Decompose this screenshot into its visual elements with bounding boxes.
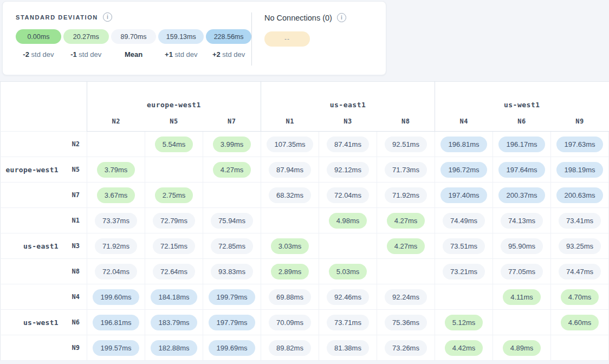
latency-pill[interactable]: 200.63ms <box>556 187 602 203</box>
latency-pill[interactable]: 2.89ms <box>271 264 309 280</box>
legend-pill: 0.00ms <box>16 29 61 44</box>
column-header-node: N5 <box>145 114 203 132</box>
latency-pill[interactable]: 3.67ms <box>97 187 135 203</box>
latency-cell: 199.79ms <box>203 284 261 310</box>
latency-pill[interactable]: 4.98ms <box>329 213 367 229</box>
latency-pill[interactable]: 93.83ms <box>211 264 253 280</box>
latency-cell: 73.26ms <box>377 335 435 361</box>
latency-pill[interactable]: 4.27ms <box>387 213 425 229</box>
latency-pill[interactable]: 199.69ms <box>209 340 255 356</box>
latency-cell <box>145 157 203 183</box>
latency-pill[interactable]: 72.15ms <box>153 238 195 254</box>
latency-cell: 2.75ms <box>145 183 203 208</box>
latency-pill[interactable]: 74.47ms <box>559 264 601 280</box>
latency-pill[interactable]: 93.25ms <box>559 238 601 254</box>
row-node-label: N2 <box>68 140 80 148</box>
latency-pill[interactable]: 92.46ms <box>327 289 369 305</box>
latency-pill[interactable]: 95.90ms <box>501 238 543 254</box>
latency-pill[interactable]: 73.21ms <box>443 264 485 280</box>
latency-pill[interactable]: 196.17ms <box>498 136 545 152</box>
latency-pill[interactable]: 5.03ms <box>329 264 367 280</box>
info-icon[interactable]: i <box>103 12 112 22</box>
latency-pill[interactable]: 5.54ms <box>155 136 193 152</box>
latency-cell: 2.89ms <box>261 259 319 284</box>
row-header: europe-west1N5 <box>1 157 87 183</box>
latency-pill[interactable]: 184.18ms <box>151 289 197 305</box>
latency-pill[interactable]: 71.92ms <box>95 238 137 254</box>
row-region-label: us-east1 <box>23 242 59 250</box>
latency-pill[interactable]: 4.42ms <box>445 340 483 356</box>
matrix-corner <box>1 82 87 132</box>
latency-cell: 184.18ms <box>145 284 203 310</box>
latency-pill[interactable]: 72.04ms <box>95 264 137 280</box>
latency-pill[interactable]: 199.79ms <box>209 289 255 305</box>
latency-pill[interactable]: 3.99ms <box>213 136 251 152</box>
info-icon[interactable]: i <box>337 13 346 22</box>
table-row: us-west1N6196.81ms183.79ms197.79ms70.09m… <box>1 310 609 335</box>
latency-cell: 72.04ms <box>319 183 377 208</box>
latency-pill[interactable]: 72.64ms <box>153 264 195 280</box>
row-node-label: N7 <box>68 191 80 199</box>
latency-pill[interactable]: 183.79ms <box>151 315 197 330</box>
latency-pill[interactable]: 4.11ms <box>503 289 541 305</box>
latency-pill[interactable]: 72.04ms <box>327 187 369 203</box>
latency-pill[interactable]: 197.40ms <box>440 187 487 203</box>
latency-pill[interactable]: 73.41ms <box>559 213 601 229</box>
latency-cell: 199.60ms <box>87 284 145 310</box>
latency-pill[interactable]: 73.37ms <box>95 213 137 229</box>
latency-pill[interactable]: 89.82ms <box>269 340 311 356</box>
row-header: N2 <box>1 132 87 157</box>
latency-pill[interactable]: 69.88ms <box>269 289 311 305</box>
row-region-label: us-west1 <box>23 318 59 327</box>
latency-cell: 200.37ms <box>493 183 551 208</box>
latency-pill[interactable]: 72.79ms <box>153 213 195 229</box>
latency-cell <box>319 233 377 259</box>
latency-pill[interactable]: 196.72ms <box>440 162 487 178</box>
latency-cell: 93.83ms <box>203 259 261 284</box>
latency-pill[interactable]: 196.81ms <box>93 315 139 330</box>
latency-pill[interactable]: 200.37ms <box>498 187 545 203</box>
latency-pill[interactable]: 75.36ms <box>385 315 427 330</box>
latency-pill[interactable]: 74.13ms <box>501 213 543 229</box>
latency-pill[interactable]: 92.12ms <box>327 162 369 178</box>
latency-cell: 72.79ms <box>145 208 203 233</box>
latency-pill[interactable]: 87.94ms <box>269 162 311 178</box>
latency-pill[interactable]: 73.26ms <box>385 340 427 356</box>
latency-pill[interactable]: 77.05ms <box>501 264 543 280</box>
latency-pill[interactable]: 4.89ms <box>503 340 541 356</box>
latency-pill[interactable]: 199.57ms <box>93 340 139 356</box>
latency-pill[interactable]: 71.92ms <box>385 187 427 203</box>
latency-cell: 77.05ms <box>493 259 551 284</box>
latency-pill[interactable]: 3.79ms <box>97 162 135 178</box>
latency-pill[interactable]: 2.75ms <box>155 187 193 203</box>
latency-pill[interactable]: 3.03ms <box>271 238 309 254</box>
latency-pill[interactable]: 4.70ms <box>561 289 599 305</box>
latency-pill[interactable]: 74.49ms <box>443 213 485 229</box>
latency-pill[interactable]: 197.79ms <box>209 315 255 330</box>
latency-pill[interactable]: 197.64ms <box>498 162 545 178</box>
latency-pill[interactable]: 92.51ms <box>385 136 427 152</box>
latency-pill[interactable]: 75.94ms <box>211 213 253 229</box>
latency-pill[interactable]: 71.73ms <box>385 162 427 178</box>
latency-pill[interactable]: 4.60ms <box>561 315 599 330</box>
latency-pill[interactable]: 182.88ms <box>151 340 197 356</box>
latency-pill[interactable]: 4.27ms <box>387 238 425 254</box>
latency-pill[interactable]: 196.81ms <box>440 136 487 152</box>
latency-pill[interactable]: 107.35ms <box>267 136 313 152</box>
latency-pill[interactable]: 72.85ms <box>211 238 253 254</box>
latency-pill[interactable]: 73.51ms <box>443 238 485 254</box>
latency-pill[interactable]: 87.41ms <box>327 136 369 152</box>
latency-pill[interactable]: 68.32ms <box>269 187 311 203</box>
latency-cell: 4.27ms <box>377 233 435 259</box>
latency-pill[interactable]: 198.19ms <box>556 162 602 178</box>
latency-pill[interactable]: 92.24ms <box>385 289 427 305</box>
latency-cell: 72.64ms <box>145 259 203 284</box>
latency-cell <box>493 310 551 335</box>
latency-pill[interactable]: 70.09ms <box>269 315 311 330</box>
latency-pill[interactable]: 81.38ms <box>327 340 369 356</box>
latency-pill[interactable]: 197.63ms <box>556 136 602 152</box>
latency-pill[interactable]: 4.27ms <box>213 162 251 178</box>
latency-pill[interactable]: 73.71ms <box>327 315 369 330</box>
latency-pill[interactable]: 199.60ms <box>93 289 139 305</box>
latency-pill[interactable]: 5.12ms <box>445 315 483 330</box>
